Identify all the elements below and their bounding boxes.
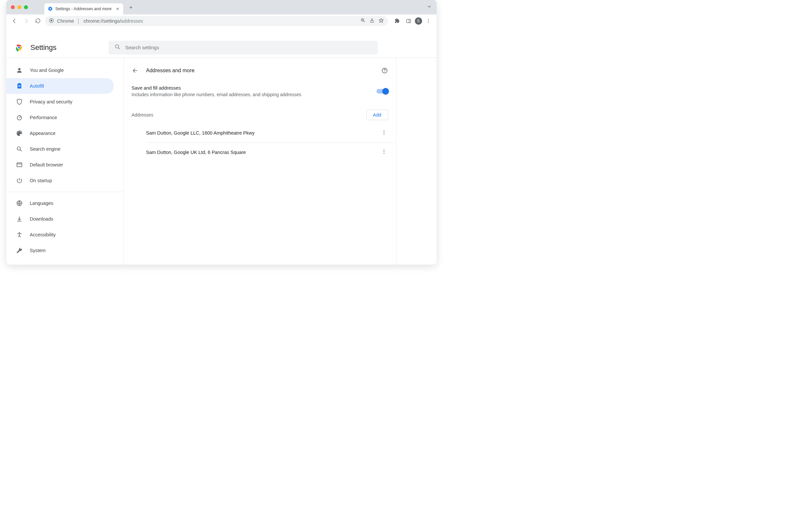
sidebar-item-label: Autofill — [30, 83, 45, 89]
more-actions-icon[interactable] — [381, 130, 388, 136]
gear-icon — [48, 6, 53, 11]
sidebar-item-label: Performance — [30, 115, 57, 120]
maximize-window-button[interactable] — [24, 5, 28, 9]
side-panel-icon[interactable] — [404, 16, 413, 26]
sidebar-item-system[interactable]: System — [6, 243, 114, 258]
settings-title: Settings — [31, 43, 57, 52]
svg-point-19 — [384, 71, 385, 72]
svg-rect-15 — [17, 163, 22, 167]
forward-button[interactable] — [21, 16, 31, 26]
save-and-fill-row: Save and fill addresses Includes informa… — [124, 81, 396, 102]
svg-point-17 — [19, 232, 20, 233]
url-suffix: addresses — [121, 19, 143, 24]
avatar-initial: S — [417, 19, 419, 23]
addresses-label: Addresses — [132, 112, 153, 118]
close-tab-button[interactable] — [115, 6, 120, 11]
addresses-section-header: Addresses Add — [124, 102, 396, 123]
sidebar-item-accessibility[interactable]: Accessibility — [6, 227, 114, 243]
shield-icon — [16, 98, 23, 105]
svg-rect-4 — [407, 19, 411, 23]
sidebar-item-label: Appearance — [30, 131, 56, 136]
svg-point-21 — [383, 132, 384, 133]
sidebar-item-you-and-google[interactable]: You and Google — [6, 62, 114, 78]
person-icon — [16, 67, 23, 73]
power-icon — [16, 177, 23, 184]
palette-icon — [16, 130, 23, 136]
address-text: Sam Dutton, Google LLC, 1600 Amphitheatr… — [146, 130, 255, 135]
sidebar-item-languages[interactable]: Languages — [6, 195, 114, 211]
browser-window: Settings - Addresses and more Chrome — [6, 0, 437, 265]
save-and-fill-toggle[interactable] — [376, 89, 388, 94]
help-icon[interactable] — [381, 67, 388, 74]
tab-title: Settings - Addresses and more — [56, 6, 112, 11]
share-icon[interactable] — [370, 18, 374, 24]
search-icon — [114, 44, 120, 51]
settings-main: Addresses and more Save and fill address… — [124, 58, 397, 265]
settings-header: Settings — [6, 37, 437, 58]
add-address-button[interactable]: Add — [366, 110, 388, 120]
sidebar-item-default-browser[interactable]: Default browser — [6, 157, 114, 173]
svg-point-20 — [383, 130, 384, 131]
extensions-icon[interactable] — [393, 16, 402, 26]
tab-list-dropdown[interactable] — [427, 4, 437, 10]
svg-point-12 — [18, 68, 20, 70]
window-icon — [16, 161, 23, 168]
settings-body: You and Google Autofill Privacy and secu… — [6, 58, 437, 265]
settings-search-input[interactable] — [125, 44, 372, 50]
address-text: Sam Dutton, Google UK Ltd, 6 Pancras Squ… — [146, 150, 246, 155]
reload-button[interactable] — [33, 16, 43, 26]
back-button[interactable] — [9, 16, 19, 26]
sidebar-item-autofill[interactable]: Autofill — [6, 78, 114, 94]
sidebar-item-downloads[interactable]: Downloads — [6, 211, 114, 227]
clipboard-icon — [16, 83, 23, 89]
sidebar-item-privacy[interactable]: Privacy and security — [6, 94, 114, 110]
url-divider: │ — [77, 19, 80, 24]
svg-point-14 — [17, 147, 20, 150]
bookmark-icon[interactable] — [378, 18, 384, 24]
sidebar-item-label: Privacy and security — [30, 99, 72, 104]
svg-point-6 — [428, 20, 428, 21]
minimize-window-button[interactable] — [18, 5, 21, 9]
chrome-menu-icon[interactable] — [424, 16, 433, 26]
sidebar-divider — [6, 192, 123, 192]
sidebar-item-appearance[interactable]: Appearance — [6, 125, 114, 141]
sidebar-item-search-engine[interactable]: Search engine — [6, 141, 114, 157]
svg-point-11 — [115, 44, 119, 48]
more-actions-icon[interactable] — [381, 149, 388, 156]
address-item[interactable]: Sam Dutton, Google LLC, 1600 Amphitheatr… — [124, 123, 396, 143]
window-controls — [11, 5, 28, 9]
settings-search[interactable] — [108, 41, 378, 55]
close-window-button[interactable] — [11, 5, 15, 9]
globe-icon — [16, 200, 23, 207]
sidebar-item-label: Search engine — [30, 146, 61, 152]
download-icon — [16, 216, 23, 222]
save-and-fill-label: Save and fill addresses — [132, 85, 376, 91]
profile-avatar[interactable]: S — [415, 18, 422, 25]
site-info-icon[interactable] — [49, 18, 54, 24]
browser-toolbar: Chrome │ chrome://settings/addresses S — [6, 14, 437, 28]
address-bar[interactable]: Chrome │ chrome://settings/addresses — [45, 16, 388, 26]
wrench-icon — [16, 247, 23, 254]
chrome-logo-icon — [15, 43, 23, 52]
url-prefix: chrome://settings/ — [83, 19, 121, 24]
speedometer-icon — [16, 114, 23, 121]
sidebar-item-label: Downloads — [30, 216, 54, 221]
sidebar-item-label: You and Google — [30, 68, 64, 73]
svg-point-23 — [383, 149, 384, 150]
svg-point-22 — [383, 133, 384, 134]
sidebar-item-performance[interactable]: Performance — [6, 110, 114, 125]
titlebar: Settings - Addresses and more — [6, 0, 437, 14]
browser-tab[interactable]: Settings - Addresses and more — [45, 3, 123, 14]
address-item[interactable]: Sam Dutton, Google UK Ltd, 6 Pancras Squ… — [146, 143, 396, 161]
page-back-button[interactable] — [132, 67, 139, 74]
page-header: Addresses and more — [124, 64, 396, 81]
sidebar-item-on-startup[interactable]: On startup — [6, 173, 114, 188]
new-tab-button[interactable] — [126, 3, 136, 12]
svg-point-1 — [51, 20, 52, 21]
search-icon — [16, 146, 23, 152]
settings-sidebar: You and Google Autofill Privacy and secu… — [6, 58, 124, 265]
zoom-icon[interactable] — [360, 18, 366, 24]
url-scheme-label: Chrome — [57, 19, 74, 24]
save-and-fill-sub: Includes information like phone numbers,… — [132, 92, 376, 97]
svg-point-7 — [428, 22, 428, 23]
